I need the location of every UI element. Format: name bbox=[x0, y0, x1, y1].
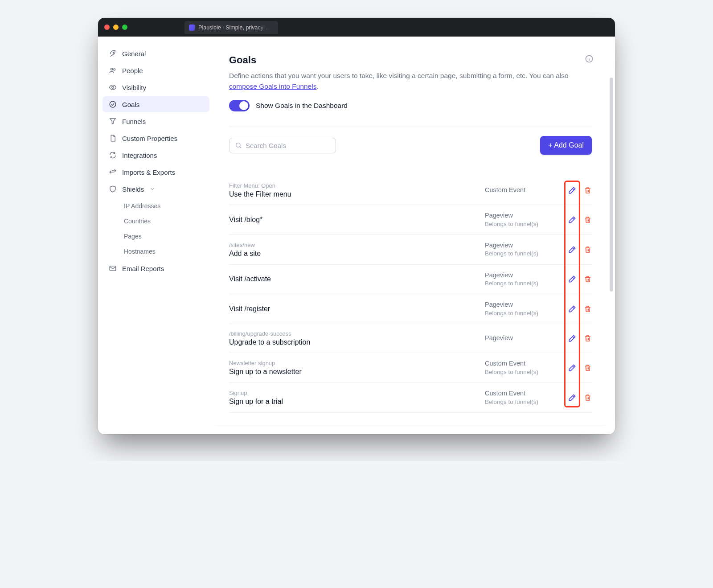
scrollbar[interactable] bbox=[610, 78, 613, 292]
show-goals-toggle[interactable] bbox=[229, 100, 250, 111]
svg-point-1 bbox=[111, 68, 113, 70]
goal-info: Visit /register bbox=[229, 305, 478, 313]
delete-goal-button[interactable] bbox=[584, 394, 592, 402]
svg-point-2 bbox=[114, 69, 115, 70]
goal-actions bbox=[568, 275, 592, 284]
subnav-hostnames[interactable]: Hostnames bbox=[118, 244, 209, 259]
sidebar-item-people[interactable]: People bbox=[102, 62, 209, 78]
subnav-countries[interactable]: Countries bbox=[118, 214, 209, 228]
edit-goal-button[interactable] bbox=[568, 393, 577, 402]
goal-meta: Pageview Belongs to funnel(s) bbox=[485, 300, 561, 317]
goal-belongs: Belongs to funnel(s) bbox=[485, 368, 561, 376]
edit-goal-button[interactable] bbox=[568, 215, 577, 224]
search-input[interactable] bbox=[246, 142, 330, 149]
goal-subtitle: /billing/upgrade-success bbox=[229, 330, 478, 337]
goal-row: Visit /blog* Pageview Belongs to funnel(… bbox=[229, 205, 592, 235]
goal-type: Custom Event bbox=[485, 359, 561, 368]
shield-icon bbox=[109, 185, 117, 193]
goal-info: Signup Sign up for a trial bbox=[229, 390, 478, 406]
goal-row: Visit /activate Pageview Belongs to funn… bbox=[229, 265, 592, 295]
goals-toolbar: + Add Goal bbox=[229, 127, 592, 155]
svg-point-3 bbox=[112, 86, 114, 89]
rocket-icon bbox=[109, 49, 117, 58]
subnav-ip-addresses[interactable]: IP Addresses bbox=[118, 199, 209, 213]
goal-row: Visit /register Pageview Belongs to funn… bbox=[229, 294, 592, 324]
goal-title: Visit /blog* bbox=[229, 216, 478, 224]
sidebar-item-goals[interactable]: Goals bbox=[102, 96, 209, 112]
goal-type: Custom Event bbox=[485, 389, 561, 398]
check-circle-icon bbox=[109, 100, 117, 108]
browser-tab[interactable]: Plausible · Simple, privacy-frien bbox=[184, 21, 278, 34]
delete-goal-button[interactable] bbox=[584, 305, 592, 313]
goal-actions bbox=[568, 304, 592, 313]
subnav-label: Hostnames bbox=[124, 248, 156, 255]
delete-goal-button[interactable] bbox=[584, 216, 592, 224]
goal-row: Signup Sign up for a trial Custom Event … bbox=[229, 383, 592, 413]
delete-goal-button[interactable] bbox=[584, 364, 592, 372]
goal-info: /sites/new Add a site bbox=[229, 242, 478, 258]
maximize-window-button[interactable] bbox=[122, 25, 127, 30]
goal-belongs: Belongs to funnel(s) bbox=[485, 280, 561, 288]
sidebar-item-email-reports[interactable]: Email Reports bbox=[102, 260, 209, 276]
goal-info: Newsletter signup Sign up to a newslette… bbox=[229, 360, 478, 376]
goal-actions bbox=[568, 245, 592, 254]
delete-goal-button[interactable] bbox=[584, 275, 592, 283]
sidebar-item-label: Funnels bbox=[122, 118, 146, 125]
info-button[interactable] bbox=[585, 54, 594, 63]
goal-type: Custom Event bbox=[485, 186, 561, 195]
settings-sidebar: General People Visibility Goals bbox=[98, 37, 214, 434]
edit-goal-button[interactable] bbox=[568, 363, 577, 372]
sidebar-item-integrations[interactable]: Integrations bbox=[102, 147, 209, 163]
sidebar-item-shields[interactable]: Shields bbox=[102, 181, 209, 197]
edit-goal-button[interactable] bbox=[568, 245, 577, 254]
svg-point-7 bbox=[236, 143, 240, 147]
delete-goal-button[interactable] bbox=[584, 334, 592, 342]
goal-type: Pageview bbox=[485, 300, 561, 309]
goal-belongs: Belongs to funnel(s) bbox=[485, 220, 561, 228]
goal-row: Filter Menu: Open Use the Filter menu Cu… bbox=[229, 176, 592, 205]
delete-goal-button[interactable] bbox=[584, 246, 592, 254]
sidebar-item-label: Email Reports bbox=[122, 265, 164, 272]
chevron-down-icon bbox=[149, 186, 156, 192]
compose-funnels-link[interactable]: compose Goals into Funnels bbox=[229, 82, 316, 90]
minimize-window-button[interactable] bbox=[113, 25, 119, 30]
edit-goal-button[interactable] bbox=[568, 186, 577, 195]
sidebar-item-custom-properties[interactable]: Custom Properties bbox=[102, 130, 209, 146]
goal-subtitle: Newsletter signup bbox=[229, 360, 478, 366]
subnav-label: IP Addresses bbox=[124, 202, 160, 210]
close-window-button[interactable] bbox=[104, 25, 110, 30]
subheading-suffix: . bbox=[316, 82, 318, 90]
edit-goal-button[interactable] bbox=[568, 275, 577, 284]
goal-subtitle: Filter Menu: Open bbox=[229, 182, 478, 189]
sidebar-item-label: General bbox=[122, 50, 146, 58]
goal-meta: Pageview Belongs to funnel(s) bbox=[485, 271, 561, 288]
page-title: Goals bbox=[229, 54, 592, 66]
goal-title: Visit /register bbox=[229, 305, 478, 313]
eye-icon bbox=[109, 83, 117, 91]
subnav-pages[interactable]: Pages bbox=[118, 229, 209, 243]
subnav-label: Countries bbox=[124, 218, 151, 225]
search-goals-field[interactable] bbox=[229, 138, 336, 153]
page-subheading: Define actions that you want your users … bbox=[229, 70, 592, 92]
sidebar-item-imports-exports[interactable]: Imports & Exports bbox=[102, 164, 209, 180]
goal-actions bbox=[568, 186, 592, 195]
goal-meta: Pageview Belongs to funnel(s) bbox=[485, 241, 561, 258]
edit-goal-button[interactable] bbox=[568, 304, 577, 313]
sidebar-item-funnels[interactable]: Funnels bbox=[102, 113, 209, 129]
document-icon bbox=[109, 134, 117, 142]
delete-goal-button[interactable] bbox=[584, 186, 592, 194]
goal-belongs: Belongs to funnel(s) bbox=[485, 250, 561, 258]
goal-title: Visit /activate bbox=[229, 275, 478, 283]
add-goal-button[interactable]: + Add Goal bbox=[540, 136, 592, 155]
goal-title: Sign up for a trial bbox=[229, 398, 478, 406]
sidebar-item-visibility[interactable]: Visibility bbox=[102, 79, 209, 95]
goal-belongs: Belongs to funnel(s) bbox=[485, 398, 561, 406]
shields-subnav: IP Addresses Countries Pages Hostnames bbox=[102, 199, 209, 259]
dashboard-toggle-row: Show Goals in the Dashboard bbox=[229, 100, 592, 111]
sidebar-item-general[interactable]: General bbox=[102, 45, 209, 62]
window-controls bbox=[104, 25, 127, 30]
goals-list: Filter Menu: Open Use the Filter menu Cu… bbox=[229, 176, 592, 413]
mail-icon bbox=[109, 264, 117, 272]
edit-goal-button[interactable] bbox=[568, 334, 577, 343]
goal-info: Visit /blog* bbox=[229, 216, 478, 224]
